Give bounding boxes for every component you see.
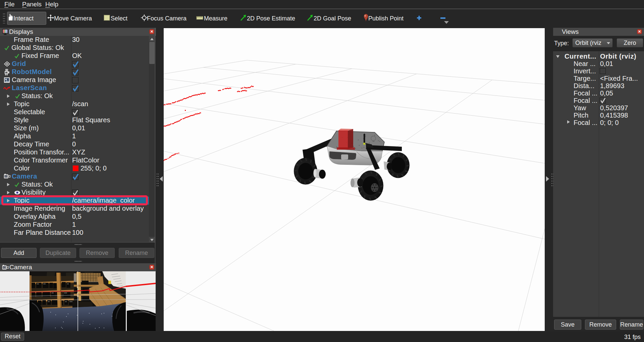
svg-text:12: 12 [5,71,7,73]
